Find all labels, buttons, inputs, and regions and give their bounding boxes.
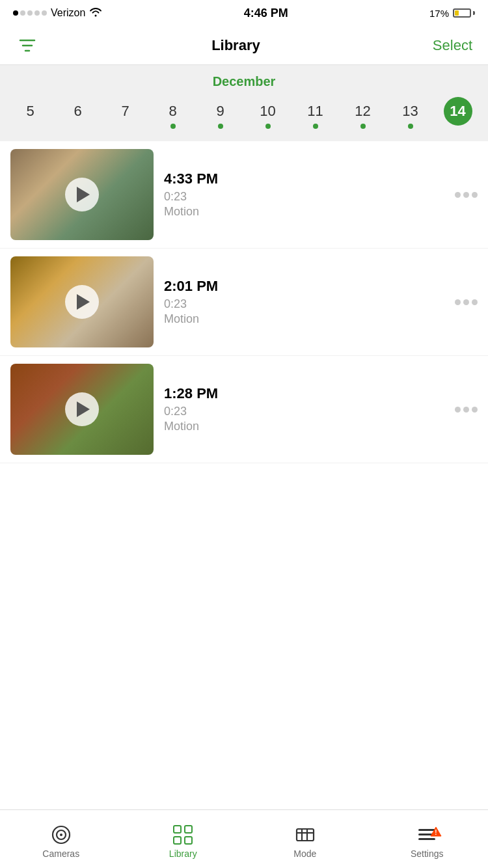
date-selector: December 5 6 7 8 9 10	[0, 65, 488, 141]
status-right: 17%	[429, 8, 475, 19]
date-dot	[313, 124, 318, 129]
signal-dot-5	[42, 10, 47, 16]
video-info-1: 4:33 PM 0:23 Motion	[164, 170, 444, 219]
svg-rect-3	[297, 829, 314, 841]
date-num: 5	[26, 103, 34, 120]
lib-cell	[184, 836, 193, 845]
lib-cell	[173, 836, 182, 845]
video-type-1: Motion	[164, 205, 444, 219]
status-bar: Verizon 4:46 PM 17%	[0, 0, 488, 26]
video-thumbnail-3[interactable]	[10, 364, 154, 455]
date-item-7[interactable]: 7	[106, 103, 145, 129]
filter-icon	[18, 36, 36, 55]
tab-library[interactable]: Library	[122, 820, 245, 859]
date-num: 12	[355, 103, 370, 120]
date-item-6[interactable]: 6	[59, 103, 98, 129]
lib-cell	[184, 825, 193, 834]
battery-indicator	[453, 8, 475, 18]
battery-fill	[455, 10, 459, 16]
date-num: 9	[216, 103, 224, 120]
svg-point-2	[60, 834, 62, 836]
signal-dot-2	[20, 10, 25, 16]
wifi-icon	[89, 7, 102, 20]
video-item-2[interactable]: 2:01 PM 0:23 Motion	[0, 249, 488, 356]
page-title: Library	[211, 37, 260, 54]
tab-mode[interactable]: Mode	[244, 820, 366, 859]
video-more-button-1[interactable]	[455, 192, 478, 198]
video-more-button-2[interactable]	[455, 299, 478, 305]
date-item-9[interactable]: 9	[201, 103, 240, 129]
date-item-8[interactable]: 8	[154, 103, 193, 129]
date-num: 13	[402, 103, 418, 120]
signal-strength	[13, 10, 47, 16]
tab-mode-label: Mode	[293, 848, 316, 859]
video-type-3: Motion	[164, 420, 444, 433]
video-info-2: 2:01 PM 0:23 Motion	[164, 278, 444, 326]
more-dot	[472, 192, 478, 198]
date-num: 10	[260, 103, 275, 120]
library-icon	[172, 824, 194, 846]
date-item-13[interactable]: 13	[391, 103, 430, 129]
more-dot	[463, 299, 469, 305]
nav-bar: Library Select	[0, 26, 488, 65]
more-dot	[463, 192, 469, 198]
tab-settings[interactable]: ! Settings	[366, 820, 489, 859]
play-button-2[interactable]	[65, 285, 99, 319]
play-triangle-icon	[77, 294, 90, 310]
carrier-label: Verizon	[51, 7, 85, 19]
cameras-icon	[50, 824, 72, 846]
play-triangle-icon	[77, 187, 90, 202]
signal-dot-3	[27, 10, 33, 16]
settings-icon: !	[416, 824, 438, 846]
date-dot	[360, 124, 366, 129]
date-num: 7	[121, 103, 129, 120]
play-triangle-icon	[77, 401, 90, 417]
video-duration-1: 0:23	[164, 190, 444, 204]
more-dot	[472, 299, 478, 305]
filter-button[interactable]	[16, 34, 39, 57]
date-item-14[interactable]: 14	[439, 97, 478, 135]
video-time-1: 4:33 PM	[164, 170, 444, 187]
more-dot	[455, 299, 461, 305]
date-item-10[interactable]: 10	[249, 103, 288, 129]
select-button[interactable]: Select	[433, 37, 472, 54]
more-dot	[455, 407, 461, 413]
tab-settings-label: Settings	[411, 848, 444, 859]
date-dot	[218, 124, 223, 129]
library-grid-icon	[173, 825, 193, 845]
month-label: December	[0, 74, 488, 89]
video-item-3[interactable]: 1:28 PM 0:23 Motion	[0, 356, 488, 463]
date-row: 5 6 7 8 9 10 11	[0, 97, 488, 135]
video-thumbnail-2[interactable]	[10, 256, 154, 347]
video-item-1[interactable]: 4:33 PM 0:23 Motion	[0, 141, 488, 249]
date-item-5[interactable]: 5	[11, 103, 50, 129]
date-num: 14	[444, 97, 472, 126]
play-button-1[interactable]	[65, 178, 99, 211]
tab-library-label: Library	[169, 848, 197, 859]
date-dot	[265, 124, 271, 129]
video-more-button-3[interactable]	[455, 407, 478, 413]
date-num: 6	[74, 103, 81, 120]
status-time: 4:46 PM	[244, 7, 288, 20]
battery-tip	[473, 11, 475, 15]
svg-text:!: !	[435, 829, 437, 836]
tab-cameras-label: Cameras	[42, 848, 79, 859]
date-dot	[170, 124, 176, 129]
mode-icon	[294, 824, 316, 846]
signal-dot-4	[34, 10, 40, 16]
settings-icon-wrap: !	[418, 829, 435, 840]
alert-triangle-icon: !	[430, 826, 442, 837]
date-item-12[interactable]: 12	[344, 103, 383, 129]
video-list: 4:33 PM 0:23 Motion 2:01 PM 0:23 Motion	[0, 141, 488, 463]
video-duration-3: 0:23	[164, 405, 444, 418]
video-info-3: 1:28 PM 0:23 Motion	[164, 385, 444, 433]
video-duration-2: 0:23	[164, 297, 444, 311]
more-dot	[472, 407, 478, 413]
video-time-3: 1:28 PM	[164, 385, 444, 402]
play-button-3[interactable]	[65, 392, 99, 426]
date-num: 11	[307, 103, 323, 120]
tab-cameras[interactable]: Cameras	[0, 820, 122, 859]
video-thumbnail-1[interactable]	[10, 149, 154, 240]
date-item-11[interactable]: 11	[296, 103, 335, 129]
signal-dot-1	[13, 10, 18, 16]
